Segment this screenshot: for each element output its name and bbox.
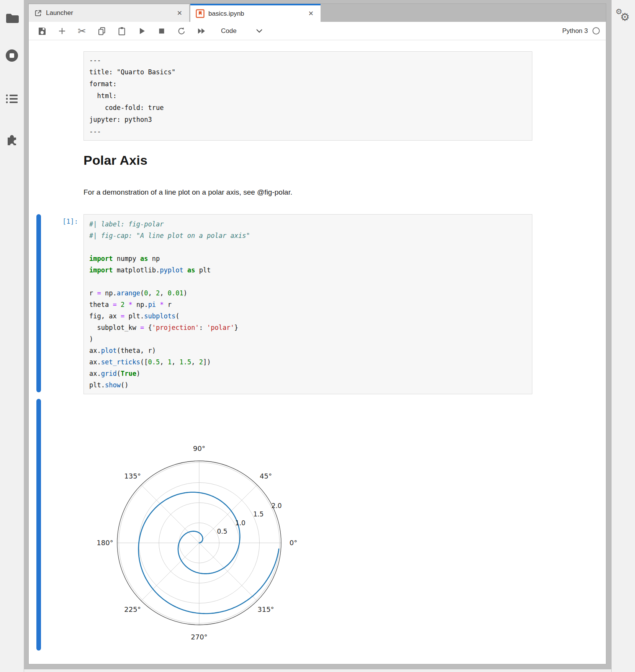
kernel-status-icon: [592, 27, 600, 34]
sidebar-item-file-browser[interactable]: [5, 11, 19, 25]
run-cell-button[interactable]: [136, 25, 147, 37]
stop-kernel-button[interactable]: [156, 25, 167, 37]
main-dock-panel: Launcher ✕ basics.ipynb ✕: [29, 4, 606, 664]
cut-cells-button[interactable]: ✂: [76, 25, 88, 37]
raw-cell-editor[interactable]: ---title: "Quarto Basics"format: html: c…: [83, 51, 532, 141]
sidebar-item-table-of-contents[interactable]: [5, 92, 19, 106]
execution-count: [1]:: [41, 214, 83, 394]
markdown-paragraph: For a demonstration of a line plot on a …: [83, 188, 292, 197]
notebook-icon: [196, 9, 205, 18]
kernel-name: Python 3: [562, 27, 588, 35]
tab-bar: Launcher ✕ basics.ipynb ✕: [29, 4, 606, 22]
close-icon[interactable]: ✕: [175, 8, 184, 18]
theta-tick-label: 315°: [257, 605, 274, 613]
theta-tick-label: 180°: [97, 539, 113, 547]
r-tick-label: 2.0: [272, 502, 282, 510]
notebook-content: ---title: "Quarto Basics"format: html: c…: [29, 40, 606, 664]
tab-launcher-label: Launcher: [46, 9, 73, 17]
chevron-down-icon: [256, 29, 263, 33]
activity-bar: [0, 0, 24, 672]
output-area: 0°45°90°135°180°225°270°315°0.51.01.52.0: [36, 399, 314, 652]
markdown-heading: Polar Axis: [83, 153, 147, 168]
sidebar-item-extensions[interactable]: [5, 133, 19, 146]
cell-type-select[interactable]: Code: [221, 27, 263, 35]
save-button[interactable]: [36, 25, 48, 37]
puzzle-icon: [5, 133, 19, 146]
right-sidebar-strip: ⚙ ⚙: [611, 0, 635, 672]
output-prompt: [41, 399, 83, 652]
tab-launcher[interactable]: Launcher ✕: [29, 4, 190, 22]
polar-plot-figure: 0°45°90°135°180°225°270°315°0.51.01.52.0: [92, 399, 314, 652]
tab-basics-label: basics.ipynb: [208, 10, 244, 18]
kernel-indicator[interactable]: Python 3: [562, 27, 600, 35]
stop-circle-icon: [5, 49, 19, 62]
copy-cells-button[interactable]: [96, 25, 108, 37]
theta-tick-label: 45°: [260, 472, 272, 480]
theta-tick-label: 270°: [191, 633, 207, 641]
jupyterlab-window: ⚙ ⚙ Launcher ✕: [0, 0, 635, 672]
add-cell-button[interactable]: [56, 25, 68, 37]
paste-cells-button[interactable]: [116, 25, 128, 37]
list-icon: [5, 93, 18, 104]
status-bar-strip: [0, 669, 635, 672]
code-cell-editor[interactable]: #| label: fig-polar#| fig-cap: "A line p…: [83, 214, 532, 394]
output-collapser[interactable]: [36, 399, 41, 651]
theta-tick-label: 135°: [124, 472, 141, 480]
polar-plot-svg: 0°45°90°135°180°225°270°315°0.51.01.52.0: [92, 399, 314, 652]
sidebar-item-running-kernels[interactable]: [5, 49, 19, 62]
r-tick-label: 1.0: [235, 519, 245, 527]
cell-type-label: Code: [221, 27, 237, 35]
run-all-button[interactable]: [196, 25, 207, 37]
close-icon[interactable]: ✕: [307, 9, 315, 18]
restart-kernel-button[interactable]: [176, 25, 187, 37]
code-cell: [1]: #| label: fig-polar#| fig-cap: "A l…: [36, 214, 532, 394]
theta-tick-label: 90°: [193, 444, 205, 452]
folder-icon: [5, 13, 19, 24]
theta-tick-label: 225°: [124, 605, 141, 613]
cell-collapser[interactable]: [36, 214, 41, 392]
launcher-icon: [34, 9, 42, 17]
gears-icon[interactable]: ⚙ ⚙: [615, 7, 632, 25]
tab-basics-ipynb[interactable]: basics.ipynb ✕: [190, 4, 321, 22]
notebook-toolbar: ✂ Code: [29, 22, 606, 40]
theta-tick-label: 0°: [290, 539, 297, 547]
r-tick-label: 0.5: [217, 528, 227, 535]
r-tick-label: 1.5: [253, 510, 263, 518]
